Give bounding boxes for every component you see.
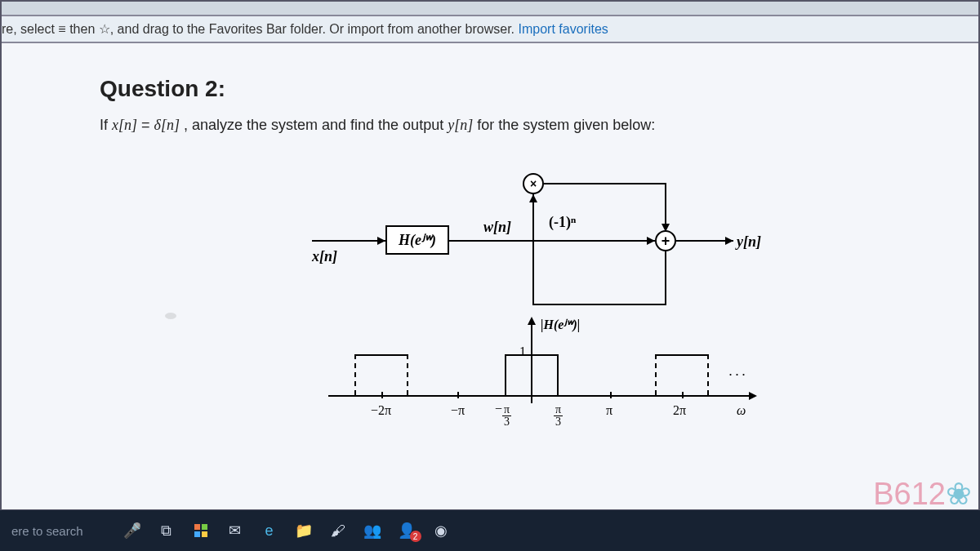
wire [532, 240, 534, 305]
wire [312, 240, 385, 242]
file-explorer-icon[interactable]: 📁 [294, 521, 314, 540]
store-icon[interactable] [191, 521, 211, 540]
wire [544, 183, 666, 184]
wire [449, 240, 523, 242]
paint-icon[interactable]: 🖌 [328, 521, 348, 540]
notification-icon[interactable]: 👤2 [397, 521, 416, 540]
svg-rect-1 [202, 524, 207, 530]
plot-axis-x [328, 395, 753, 397]
favorites-bar: re, select ≡ then ☆, and drag to the Fav… [2, 16, 978, 43]
arrow-icon [749, 392, 757, 400]
eq-lhs: x[n] [112, 117, 137, 133]
wire [665, 251, 666, 305]
arrow-icon [647, 237, 655, 245]
multiplier-node: × [523, 173, 544, 194]
browser-window: re, select ≡ then ☆, and drag to the Fav… [0, 0, 980, 510]
plot-ylabel: |H(eʲʷ)| [541, 317, 580, 332]
tick-2pi: 2π [673, 403, 686, 418]
question-title: Question 2: [100, 76, 880, 102]
taskbar[interactable]: ere to search 🎤 ⧉ ✉ e 📁 🖌 👥 👤2 ◉ [0, 510, 980, 551]
favorites-hint-text: re, select ≡ then ☆, and drag to the Fav… [2, 22, 519, 36]
people-icon[interactable]: 👥 [363, 521, 382, 540]
arrow-icon [528, 317, 536, 325]
frequency-response-plot: |H(eʲʷ)| 1 ... −2π −π −π3 [312, 322, 802, 444]
import-favorites-link[interactable]: Import favorites [519, 22, 608, 36]
task-view-icon[interactable]: ⧉ [157, 521, 176, 540]
arrow-icon [725, 237, 733, 245]
tick-mpi: −π [451, 403, 465, 418]
smudge [165, 313, 176, 319]
arrow-icon [377, 237, 385, 245]
arrow-icon [529, 194, 537, 202]
watermark: B612❀ [873, 476, 972, 512]
neg1-label: (-1)ⁿ [549, 214, 576, 231]
plot-rect-left [354, 354, 408, 395]
ellipsis: ... [728, 362, 748, 380]
tick-omega: ω [737, 403, 746, 418]
tick-pi3: π3 [554, 402, 563, 428]
mail-icon[interactable]: ✉ [225, 521, 245, 540]
w-label: w[n] [483, 219, 511, 236]
sum-node: + [655, 230, 676, 251]
svg-rect-2 [194, 531, 200, 537]
block-diagram: x[n] H(eʲʷ) w[n] × (-1)ⁿ [312, 158, 802, 452]
taskbar-search[interactable]: ere to search [11, 524, 108, 538]
y-label: y[n] [737, 233, 761, 251]
tick-m2pi: −2π [371, 403, 391, 418]
tick-pi: π [606, 403, 612, 418]
svg-rect-3 [202, 531, 207, 537]
plot-rect-right [655, 354, 709, 395]
x-label: x[n] [312, 248, 337, 265]
plot-rect-center [505, 354, 559, 395]
eq-rhs: δ[n] [154, 117, 180, 133]
page-content: Question 2: If x[n] = δ[n] , analyze the… [2, 43, 978, 509]
edge-icon[interactable]: e [260, 521, 279, 540]
wire [532, 304, 665, 305]
tab-strip [2, 2, 978, 16]
badge-count: 2 [410, 531, 421, 542]
tick-mpi3: −π3 [495, 402, 511, 428]
mic-icon[interactable]: 🎤 [122, 521, 142, 540]
eq-out: y[n] [448, 117, 473, 133]
wire [523, 240, 655, 242]
chrome-icon[interactable]: ◉ [431, 521, 451, 540]
svg-rect-0 [194, 524, 200, 530]
question-body: If x[n] = δ[n] , analyze the system and … [100, 117, 880, 134]
h-block: H(eʲʷ) [385, 225, 449, 255]
